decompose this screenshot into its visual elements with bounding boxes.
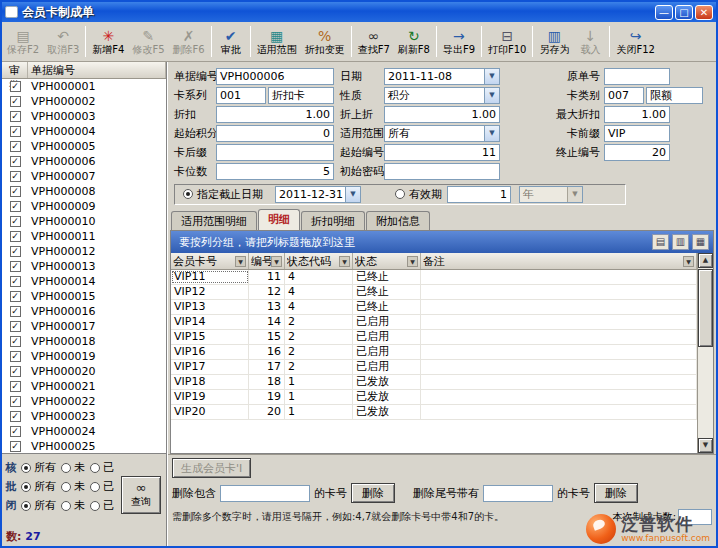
close-button[interactable]: ✕ xyxy=(695,5,713,20)
grid-row[interactable]: VIP17172已启用 xyxy=(171,360,697,375)
end-no-field[interactable]: 20 xyxy=(604,144,670,161)
orig-no-field[interactable] xyxy=(604,68,670,85)
doc-list-row[interactable]: ✓VPH000024 xyxy=(2,424,166,439)
doc-list-row[interactable]: ✓VPH000012 xyxy=(2,244,166,259)
filter-dropdown-icon[interactable]: ▼ xyxy=(339,256,350,267)
deadline-date-combo[interactable]: 2011-12-31 ▼ xyxy=(275,186,361,203)
tab-detail[interactable]: 明细 xyxy=(258,209,300,230)
doc-list-row[interactable]: ✓VPH000018 xyxy=(2,334,166,349)
approval-checkbox[interactable]: ✓ xyxy=(10,156,21,167)
toolbar-button-discount-change[interactable]: %折扣变更 xyxy=(301,23,349,60)
doc-list-row[interactable]: ✓VPH000006 xyxy=(2,154,166,169)
approval-checkbox[interactable]: ✓ xyxy=(10,261,21,272)
tab-discount-detail[interactable]: 折扣明细 xyxy=(301,211,365,230)
filter-radio[interactable] xyxy=(21,482,31,492)
prefix-field[interactable]: VIP xyxy=(604,125,670,142)
approval-checkbox[interactable]: ✓ xyxy=(10,291,21,302)
query-button[interactable]: ∞ 查询 xyxy=(121,476,161,514)
doc-list-row[interactable]: ✓VPH000023 xyxy=(2,409,166,424)
radio-validity[interactable] xyxy=(395,189,405,199)
tab-scope-detail[interactable]: 适用范围明细 xyxy=(171,211,257,230)
toolbar-button-scope[interactable]: ▦适用范围 xyxy=(253,23,301,60)
doc-list-row[interactable]: ✓VPH000021 xyxy=(2,379,166,394)
tab-additional-info[interactable]: 附加信息 xyxy=(366,211,430,230)
chevron-down-icon[interactable]: ▼ xyxy=(484,126,499,141)
toolbar-button-export[interactable]: →导出F9 xyxy=(439,23,479,60)
filter-radio[interactable] xyxy=(21,501,31,511)
grid-column-header[interactable]: 备注▼ xyxy=(421,253,697,269)
doc-list-row[interactable]: ✓VPH000003 xyxy=(2,109,166,124)
doc-list-row[interactable]: ✓VPH000016 xyxy=(2,304,166,319)
doc-list-row[interactable]: ✓VPH000002 xyxy=(2,94,166,109)
approval-checkbox[interactable]: ✓ xyxy=(10,246,21,257)
start-no-field[interactable]: 11 xyxy=(384,144,500,161)
toolbar-button-close-form[interactable]: ↪关闭F12 xyxy=(612,23,658,60)
card-type-field[interactable]: 007 xyxy=(604,87,644,104)
doc-list-row[interactable]: ✓VPH000009 xyxy=(2,199,166,214)
approval-checkbox[interactable]: ✓ xyxy=(10,231,21,242)
grid-column-header[interactable]: 状态▼ xyxy=(353,253,421,269)
radio-deadline[interactable] xyxy=(183,189,193,199)
date-combo[interactable]: 2011-11-08 ▼ xyxy=(384,68,500,85)
grid-row[interactable]: VIP11114已终止 xyxy=(171,270,697,285)
filter-radio[interactable] xyxy=(90,482,100,492)
toolbar-button-save-as[interactable]: ▥另存为 xyxy=(535,23,573,60)
grid-row[interactable]: VIP13134已终止 xyxy=(171,300,697,315)
nature-combo[interactable]: 积分 ▼ xyxy=(384,87,500,104)
toolbar-button-print[interactable]: ⊟打印F10 xyxy=(484,23,530,60)
grid-row[interactable]: VIP14142已启用 xyxy=(171,315,697,330)
filter-dropdown-icon[interactable]: ▼ xyxy=(235,256,246,267)
grid-column-header[interactable]: 状态代码▼ xyxy=(285,253,353,269)
approval-checkbox[interactable]: ✓ xyxy=(10,171,21,182)
grid-row[interactable]: VIP19191已发放 xyxy=(171,390,697,405)
approval-checkbox[interactable]: ✓ xyxy=(10,351,21,362)
doc-list-row[interactable]: ✓VPH000022 xyxy=(2,394,166,409)
toolbar-button-refresh[interactable]: ↻刷新F8 xyxy=(394,23,434,60)
grid-column-header[interactable]: 会员卡号▼ xyxy=(171,253,249,269)
generate-cards-button[interactable]: 生成会员卡'I xyxy=(172,458,251,478)
toolbar-button-approve[interactable]: ✔审批 xyxy=(214,23,248,60)
doc-list-row[interactable]: ✓VPH000008 xyxy=(2,184,166,199)
approval-checkbox[interactable]: ✓ xyxy=(10,306,21,317)
doc-list-row[interactable]: ✓VPH000011 xyxy=(2,229,166,244)
filter-dropdown-icon[interactable]: ▼ xyxy=(271,256,282,267)
card-series-field[interactable]: 001 xyxy=(216,87,266,104)
grid-row[interactable]: VIP15152已启用 xyxy=(171,330,697,345)
grid-icon[interactable]: ▦ xyxy=(692,234,709,250)
doc-list-row[interactable]: ✓VPH000015 xyxy=(2,289,166,304)
fanpu-logo-url[interactable]: www.fanpusoft.com xyxy=(621,533,710,544)
chevron-down-icon[interactable]: ▼ xyxy=(484,69,499,84)
filter-radio[interactable] xyxy=(90,501,100,511)
doc-list-row[interactable]: ✓VPH000010 xyxy=(2,214,166,229)
approval-checkbox[interactable]: ✓ xyxy=(10,366,21,377)
doc-no-field[interactable]: VPH000006 xyxy=(216,68,334,85)
approval-checkbox[interactable]: ✓ xyxy=(10,336,21,347)
filter-radio[interactable] xyxy=(61,482,71,492)
maximize-button[interactable]: □ xyxy=(675,5,693,20)
grid-row[interactable]: VIP12124已终止 xyxy=(171,285,697,300)
delete-contains-input[interactable] xyxy=(220,485,310,502)
chevron-down-icon[interactable]: ▼ xyxy=(345,187,360,202)
delete-tail-button[interactable]: 删除 xyxy=(594,483,638,503)
toolbar-button-find[interactable]: ∞查找F7 xyxy=(354,23,394,60)
delete-contains-button[interactable]: 删除 xyxy=(351,483,395,503)
approval-checkbox[interactable]: ✓ xyxy=(10,411,21,422)
approval-checkbox[interactable]: ✓ xyxy=(10,276,21,287)
doc-list-row[interactable]: ✓VPH000004 xyxy=(2,124,166,139)
digits-field[interactable]: 5 xyxy=(216,163,334,180)
scroll-up-icon[interactable]: ▲ xyxy=(698,253,713,268)
approve-column-header[interactable]: 审批 xyxy=(2,62,28,78)
approval-checkbox[interactable]: ✓ xyxy=(10,141,21,152)
approval-checkbox[interactable]: ✓ xyxy=(10,81,21,92)
approval-checkbox[interactable]: ✓ xyxy=(10,96,21,107)
filter-radio[interactable] xyxy=(90,463,100,473)
approval-checkbox[interactable]: ✓ xyxy=(10,426,21,437)
grid-scrollbar[interactable]: ▲ ▼ xyxy=(697,253,713,453)
doc-list-row[interactable]: ✓VPH000017 xyxy=(2,319,166,334)
scrollbar-thumb[interactable] xyxy=(698,269,713,347)
filter-radio[interactable] xyxy=(21,463,31,473)
approval-checkbox[interactable]: ✓ xyxy=(10,111,21,122)
filter-dropdown-icon[interactable]: ▼ xyxy=(407,256,418,267)
doc-list-row[interactable]: ✓VPH000007 xyxy=(2,169,166,184)
layout-icon[interactable]: ▥ xyxy=(672,234,689,250)
